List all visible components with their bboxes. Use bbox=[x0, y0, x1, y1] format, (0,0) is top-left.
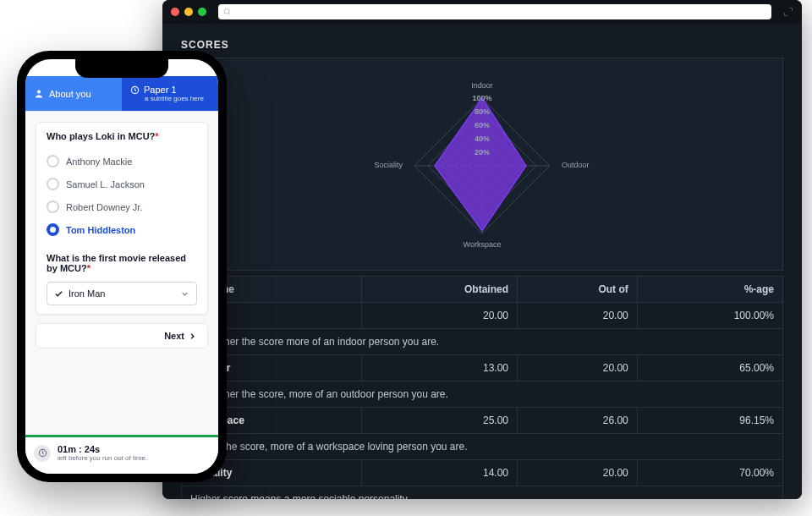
q2-label: What is the first movie released by MCU?… bbox=[47, 253, 197, 273]
radio-icon bbox=[47, 178, 59, 190]
row-obtained: 14.00 bbox=[362, 460, 518, 486]
phone-notch bbox=[75, 59, 168, 78]
svg-text:100%: 100% bbox=[472, 94, 491, 102]
radio-icon bbox=[47, 155, 59, 167]
row-pct: 96.15% bbox=[637, 408, 782, 434]
phone-frame: About you Paper 1 a subtitle goes here W… bbox=[17, 51, 227, 482]
option-label: Tom Hiddleston bbox=[66, 225, 135, 235]
row-outof: 20.00 bbox=[518, 355, 638, 382]
table-desc-row: The higher the score more of an indoor p… bbox=[182, 329, 783, 355]
quiz-body: Who plays Loki in MCU?* Anthony Mackie S… bbox=[25, 112, 218, 435]
row-outof: 20.00 bbox=[518, 460, 638, 486]
svg-text:Indoor: Indoor bbox=[471, 81, 493, 90]
expand-icon[interactable] bbox=[783, 7, 793, 17]
window-close-dot[interactable] bbox=[171, 8, 179, 16]
q1-option[interactable]: Samuel L. Jackson bbox=[47, 173, 197, 195]
q1-option[interactable]: Anthony Mackie bbox=[47, 150, 197, 173]
check-icon bbox=[54, 289, 63, 299]
col-obtained: Obtained bbox=[362, 277, 518, 303]
svg-line-1 bbox=[228, 13, 230, 14]
chevron-down-icon bbox=[180, 289, 189, 299]
table-row: Sociality 14.00 20.00 70.00% bbox=[182, 460, 783, 486]
table-row: Workspace 25.00 26.00 96.15% bbox=[182, 408, 783, 434]
svg-text:60%: 60% bbox=[475, 121, 490, 129]
svg-text:80%: 80% bbox=[475, 107, 490, 116]
tab-about-you[interactable]: About you bbox=[25, 76, 122, 111]
table-desc-row: Higher the score, more of a workspace lo… bbox=[182, 434, 783, 460]
scores-heading: SCORES bbox=[181, 39, 783, 51]
desktop-window: SCORES IndoorOutdoorWorkspaceSociality20… bbox=[162, 0, 802, 499]
window-max-dot[interactable] bbox=[198, 8, 206, 16]
svg-point-0 bbox=[224, 8, 229, 14]
option-label: Anthony Mackie bbox=[66, 156, 132, 167]
timer-icon bbox=[34, 445, 51, 462]
q2-value: Iron Man bbox=[69, 288, 105, 299]
tab-paper-subtitle: a subtitle goes here bbox=[145, 95, 204, 102]
table-desc-row: Higher score means a more sociable perso… bbox=[182, 486, 783, 500]
row-pct: 100.00% bbox=[637, 303, 782, 329]
q2-select[interactable]: Iron Man bbox=[47, 282, 197, 305]
table-desc-row: The higher the score, more of an outdoor… bbox=[182, 382, 783, 408]
tab-paper-1[interactable]: Paper 1 a subtitle goes here bbox=[122, 76, 218, 111]
tab-about-label: About you bbox=[49, 89, 91, 99]
svg-text:Outdoor: Outdoor bbox=[562, 161, 590, 169]
row-outof: 26.00 bbox=[518, 408, 638, 434]
q2-text: What is the first movie released by MCU? bbox=[47, 253, 186, 273]
q1-option[interactable]: Robert Downey Jr. bbox=[47, 195, 197, 218]
col-outof: Out of bbox=[518, 277, 638, 303]
radar-chart: IndoorOutdoorWorkspaceSociality20%40%60%… bbox=[190, 67, 774, 261]
next-button[interactable]: Next bbox=[36, 323, 208, 349]
clock-icon bbox=[130, 85, 140, 95]
window-titlebar bbox=[162, 0, 802, 24]
row-desc: The higher the score more of an indoor p… bbox=[182, 329, 783, 355]
timer-time: 01m : 24s bbox=[58, 444, 147, 454]
row-desc: Higher score means a more sociable perso… bbox=[182, 486, 783, 500]
tab-paper-label: Paper 1 bbox=[144, 85, 177, 95]
col-pct: %-age bbox=[637, 277, 782, 303]
window-content: SCORES IndoorOutdoorWorkspaceSociality20… bbox=[162, 24, 802, 499]
row-obtained: 13.00 bbox=[362, 355, 518, 382]
option-label: Samuel L. Jackson bbox=[66, 179, 145, 189]
q1-label: Who plays Loki in MCU?* bbox=[47, 131, 197, 141]
person-icon bbox=[34, 89, 44, 99]
svg-text:Workspace: Workspace bbox=[464, 240, 502, 249]
quiz-card: Who plays Loki in MCU?* Anthony Mackie S… bbox=[36, 122, 208, 315]
row-pct: 70.00% bbox=[637, 460, 782, 486]
q1-option[interactable]: Tom Hiddleston bbox=[47, 218, 197, 241]
next-label: Next bbox=[164, 331, 184, 341]
svg-point-21 bbox=[37, 90, 41, 93]
required-star: * bbox=[155, 131, 158, 141]
phone-screen: About you Paper 1 a subtitle goes here W… bbox=[25, 59, 218, 474]
row-obtained: 20.00 bbox=[362, 303, 518, 329]
radio-icon bbox=[47, 223, 59, 236]
quiz-tabs: About you Paper 1 a subtitle goes here bbox=[25, 76, 218, 112]
scores-panel: IndoorOutdoorWorkspaceSociality20%40%60%… bbox=[181, 58, 783, 271]
row-desc: Higher the score, more of a workspace lo… bbox=[182, 434, 783, 460]
table-header-row: Outcome Obtained Out of %-age bbox=[182, 277, 783, 303]
table-row: Indoor 20.00 20.00 100.00% bbox=[182, 303, 783, 329]
table-row: Outdoor 13.00 20.00 65.00% bbox=[182, 355, 783, 382]
row-pct: 65.00% bbox=[637, 355, 782, 382]
window-min-dot[interactable] bbox=[184, 8, 193, 16]
svg-text:40%: 40% bbox=[475, 134, 490, 143]
option-label: Robert Downey Jr. bbox=[66, 202, 142, 212]
url-bar[interactable] bbox=[218, 4, 771, 19]
row-outof: 20.00 bbox=[518, 303, 638, 329]
timer-sub: left before you run out of time. bbox=[58, 454, 147, 462]
q1-text: Who plays Loki in MCU? bbox=[47, 131, 155, 141]
svg-marker-11 bbox=[435, 98, 526, 231]
scores-table: Outcome Obtained Out of %-age Indoor 20.… bbox=[181, 276, 783, 499]
row-desc: The higher the score, more of an outdoor… bbox=[182, 382, 783, 408]
radio-icon bbox=[47, 200, 59, 213]
row-obtained: 25.00 bbox=[362, 408, 518, 434]
chevron-right-icon bbox=[188, 332, 197, 341]
search-icon bbox=[223, 8, 232, 16]
quiz-footer: 01m : 24s left before you run out of tim… bbox=[25, 435, 218, 474]
svg-text:Sociality: Sociality bbox=[374, 161, 403, 169]
svg-text:20%: 20% bbox=[475, 148, 490, 156]
required-star: * bbox=[87, 263, 91, 273]
